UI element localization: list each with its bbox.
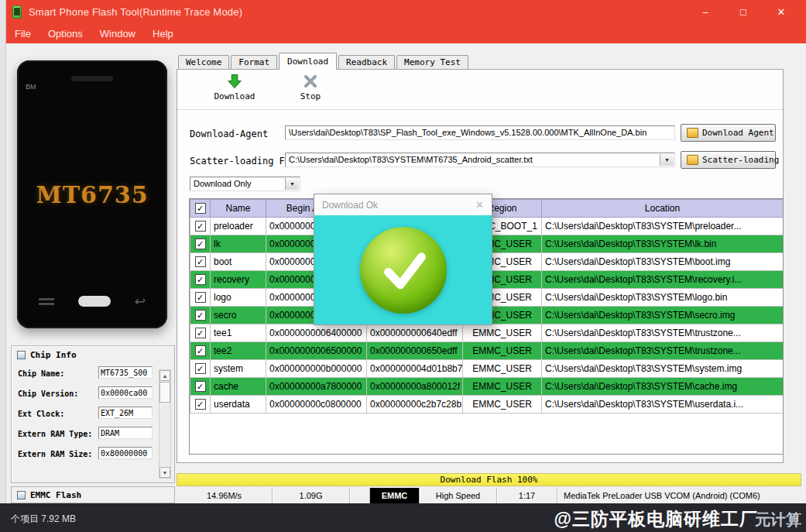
menu-window[interactable]: Window (91, 28, 144, 39)
download-mode-combobox[interactable]: Download Only (190, 177, 300, 191)
stop-x-icon (303, 74, 318, 89)
chip-field: Extern RAM Type: DRAM (12, 424, 174, 444)
status-elapsed-time: 1:17 (497, 488, 557, 503)
row-checkbox[interactable] (195, 310, 206, 321)
download-agent-button[interactable]: Download Agent (681, 124, 776, 142)
col-location[interactable]: Location (542, 200, 784, 218)
tab-download[interactable]: Download (279, 53, 337, 70)
menu-help[interactable]: Help (144, 28, 182, 39)
status-storage-badge: EMMC (370, 488, 420, 503)
cell-region: EMMC_USER (463, 342, 542, 360)
row-checkbox[interactable] (195, 399, 206, 410)
download-agent-label: Download-Agent (190, 129, 268, 139)
dialog-close-icon[interactable]: ✕ (475, 199, 484, 211)
success-check-icon (360, 227, 447, 314)
cell-name: userdata (211, 396, 266, 414)
scrollbar-thumb[interactable] (159, 382, 170, 403)
app-window: Smart Phone Flash Tool(Runtime Trace Mod… (0, 0, 806, 532)
chip-version-value: 0x0000ca00 (98, 386, 153, 399)
maximize-icon[interactable]: □ (737, 6, 749, 18)
row-checkbox[interactable] (195, 363, 206, 374)
col-name[interactable]: Name (211, 200, 266, 218)
table-row-userdata[interactable]: userdata 0x00000000c0800000 0x00000000c2… (190, 396, 784, 414)
tab-memory-test[interactable]: Memory Test (396, 55, 468, 69)
progress-label: Download Flash 100% (441, 475, 538, 485)
phone-speaker (71, 76, 113, 81)
download-agent-path-field[interactable]: \Users\dai\Desktop\T83\SP_Flash_Tool_exe… (285, 125, 675, 140)
tab-readback[interactable]: Readback (338, 55, 395, 69)
row-checkbox[interactable] (195, 345, 206, 356)
cell-region: EMMC_USER (463, 324, 542, 342)
download-button[interactable]: Download (197, 74, 272, 101)
cell-begin: 0x00000000a7800000 (266, 378, 367, 396)
select-all-checkbox[interactable] (195, 203, 206, 214)
watermark-bar: 个项目 7.92 MB @三防平板电脑研维工厂 元计算 (0, 503, 806, 532)
chevron-down-icon[interactable] (285, 178, 299, 190)
dialog-titlebar: Download Ok ✕ (314, 194, 492, 215)
chip-field: Chip Name: MT6735_S00 (12, 364, 174, 384)
tab-strip: Welcome Format Download Readback Memory … (178, 51, 470, 69)
table-row-tee2[interactable]: tee2 0x0000000006500000 0x000000000650ed… (190, 342, 784, 360)
cell-name: cache (211, 378, 266, 396)
menu-file[interactable]: File (6, 28, 39, 39)
row-checkbox[interactable] (195, 239, 206, 249)
cell-name: preloader (211, 218, 266, 235)
ext-clock-value: EXT_26M (98, 407, 153, 419)
cell-region: EMMC_USER (463, 360, 542, 378)
chip-info-icon (17, 351, 26, 359)
cell-name: lk (211, 235, 266, 253)
cell-location: C:\Users\dai\Desktop\T83\SYSTEM\userdata… (542, 396, 784, 414)
minimize-icon[interactable]: – (699, 6, 712, 18)
row-checkbox[interactable] (195, 381, 206, 392)
cell-name: logo (211, 289, 266, 307)
cell-location: C:\Users\dai\Desktop\T83\SYSTEM\logo.bin (542, 289, 784, 307)
scatter-loading-button[interactable]: Scatter-loading (681, 151, 776, 169)
status-data-size: 1.09G (273, 488, 350, 503)
chip-field: Ext Clock: EXT_26M (12, 404, 174, 424)
explorer-status-text: 个项目 7.92 MB (11, 513, 76, 526)
table-row-tee1[interactable]: tee1 0x0000000006400000 0x000000000640ed… (190, 324, 784, 342)
cell-name: recovery (211, 271, 266, 289)
tab-format[interactable]: Format (231, 55, 277, 69)
cell-location: C:\Users\dai\Desktop\T83\SYSTEM\boot.img (542, 253, 784, 271)
cell-location: C:\Users\dai\Desktop\T83\SYSTEM\trustzon… (542, 342, 784, 360)
row-checkbox[interactable] (195, 256, 206, 267)
chip-info-scrollbar[interactable] (159, 369, 171, 479)
scroll-up-icon[interactable] (159, 370, 170, 381)
cell-end: 0x000000004d01b8b7 (367, 360, 463, 378)
table-row-system[interactable]: system 0x000000000b000000 0x000000004d01… (190, 360, 784, 378)
emmc-flash-icon (17, 491, 26, 499)
cell-name: tee1 (211, 324, 266, 342)
phone-preview: BM MT6735 ↩ (17, 60, 167, 328)
chip-name-label: Chip Name: (18, 369, 64, 378)
cell-name: secro (211, 307, 266, 324)
window-controls: – □ ✕ (699, 6, 806, 18)
cell-location: C:\Users\dai\Desktop\T83\SYSTEM\preloade… (542, 218, 784, 235)
statusbar: 14.96M/s 1.09G EMMC High Speed 1:17 Medi… (177, 488, 801, 503)
menu-options[interactable]: Options (39, 28, 91, 39)
scatter-file-value: C:\Users\dai\Desktop\T83\SYSTEM\MT6735_A… (289, 155, 533, 164)
chevron-down-icon[interactable] (660, 154, 674, 166)
scroll-down-icon[interactable] (159, 467, 170, 478)
window-edge-strip (0, 0, 6, 503)
phone-home-button (78, 296, 111, 307)
tab-welcome[interactable]: Welcome (178, 55, 229, 69)
row-checkbox[interactable] (195, 328, 206, 338)
row-checkbox[interactable] (195, 274, 206, 285)
scatter-file-combobox[interactable]: C:\Users\dai\Desktop\T83\SYSTEM\MT6735_A… (285, 153, 675, 167)
folder-icon (687, 155, 698, 165)
row-checkbox[interactable] (195, 221, 206, 232)
cell-location: C:\Users\dai\Desktop\T83\SYSTEM\recovery… (542, 271, 784, 289)
close-icon[interactable]: ✕ (775, 6, 787, 18)
download-button-label: Download (214, 91, 256, 101)
cell-begin: 0x00000000c0800000 (266, 396, 367, 414)
cell-location: C:\Users\dai\Desktop\T83\SYSTEM\cache.im… (542, 378, 784, 396)
status-com-port: MediaTek PreLoader USB VCOM (Android) (C… (557, 488, 801, 503)
stop-button[interactable]: Stop (287, 74, 334, 101)
cell-end: 0x000000000650edff (367, 342, 463, 360)
table-row-cache[interactable]: cache 0x00000000a7800000 0x00000000a8000… (190, 378, 784, 396)
dialog-title: Download Ok (322, 200, 378, 211)
emmc-flash-panel: EMMC Flash (11, 486, 175, 503)
ram-size-value: 0x80000000 (98, 447, 153, 459)
row-checkbox[interactable] (195, 292, 206, 303)
